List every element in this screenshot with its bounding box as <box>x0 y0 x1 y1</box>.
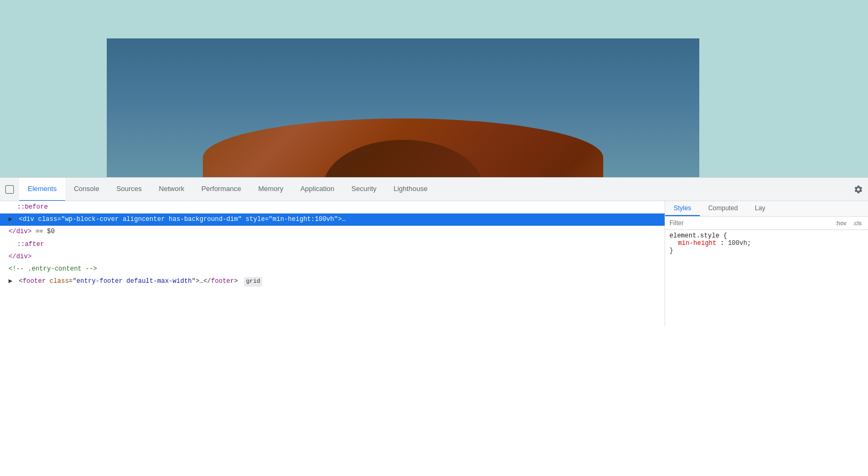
tab-application-label: Application <box>301 185 335 193</box>
hov-filter-button[interactable]: :hov <box>833 219 849 227</box>
tab-sources-label: Sources <box>116 185 142 193</box>
filter-buttons: :hov .cls <box>833 219 864 227</box>
styles-tabs-bar: Styles Computed Lay <box>665 201 868 217</box>
tab-application[interactable]: Application <box>292 178 343 201</box>
tab-network-label: Network <box>159 185 185 193</box>
before-pseudo-line: ::before <box>0 201 665 213</box>
after-pseudo-text: ::after <box>17 241 44 248</box>
tab-lighthouse[interactable]: Lighthouse <box>385 178 436 201</box>
tab-security[interactable]: Security <box>343 178 385 201</box>
div-close-line: </div> == $0 <box>0 226 665 238</box>
styles-filter-input[interactable] <box>669 219 829 227</box>
tab-styles[interactable]: Styles <box>665 201 700 216</box>
browser-viewport: Elements Console Sources Network Perform… <box>0 0 868 327</box>
css-rule-element-style: element.style { min-height : 100vh; } <box>665 230 868 257</box>
tab-elements-label: Elements <box>28 185 57 193</box>
devtools-settings-button[interactable] <box>849 178 868 201</box>
computed-tab-label: Computed <box>708 204 738 212</box>
tab-memory-label: Memory <box>258 185 283 193</box>
div-cover-line[interactable]: ▶ <div class="wp-block-cover aligncenter… <box>0 213 665 226</box>
footer-line[interactable]: ▶ <footer class="entry-footer default-ma… <box>0 275 665 288</box>
styles-panel: Styles Computed Lay :hov .cls <box>665 201 868 327</box>
tab-console[interactable]: Console <box>65 178 108 201</box>
after-pseudo-line: ::after <box>0 239 665 251</box>
tab-sources[interactable]: Sources <box>108 178 151 201</box>
tab-performance-label: Performance <box>201 185 241 193</box>
css-selector-line: element.style { <box>669 232 864 240</box>
tab-memory[interactable]: Memory <box>250 178 292 201</box>
outer-div-close-line: </div> <box>0 251 665 263</box>
tab-performance[interactable]: Performance <box>193 178 249 201</box>
tab-layout[interactable]: Lay <box>746 201 774 216</box>
devtools-tabs-bar: Elements Console Sources Network Perform… <box>0 178 868 201</box>
expand-arrow[interactable]: ▶ <box>9 215 15 225</box>
entry-content-comment: <!-- .entry-content --> <box>9 265 97 273</box>
css-property-line[interactable]: min-height : 100vh; <box>669 240 864 247</box>
styles-tab-label: Styles <box>674 204 691 212</box>
css-close-brace: } <box>669 247 864 255</box>
tab-elements[interactable]: Elements <box>19 178 65 201</box>
comment-line: <!-- .entry-content --> <box>0 263 665 275</box>
before-pseudo-text: ::before <box>17 203 48 211</box>
cls-filter-button[interactable]: .cls <box>851 219 864 227</box>
styles-filter-row: :hov .cls <box>665 217 868 230</box>
elements-panel[interactable]: ::before ▶ <div class="wp-block-cover al… <box>0 201 665 327</box>
footer-expand-arrow[interactable]: ▶ <box>9 276 15 287</box>
grid-badge: grid <box>244 277 262 287</box>
devtools-panel: Elements Console Sources Network Perform… <box>0 177 868 327</box>
panel-selector-button[interactable] <box>0 178 19 201</box>
layout-tab-label: Lay <box>755 204 765 212</box>
tab-console-label: Console <box>74 185 99 193</box>
tab-network[interactable]: Network <box>151 178 193 201</box>
devtools-main: ::before ▶ <div class="wp-block-cover al… <box>0 201 868 327</box>
panel-icon <box>5 185 14 194</box>
tab-security-label: Security <box>351 185 376 193</box>
gear-icon <box>854 185 863 194</box>
tab-computed[interactable]: Computed <box>700 201 746 216</box>
tab-lighthouse-label: Lighthouse <box>393 185 428 193</box>
